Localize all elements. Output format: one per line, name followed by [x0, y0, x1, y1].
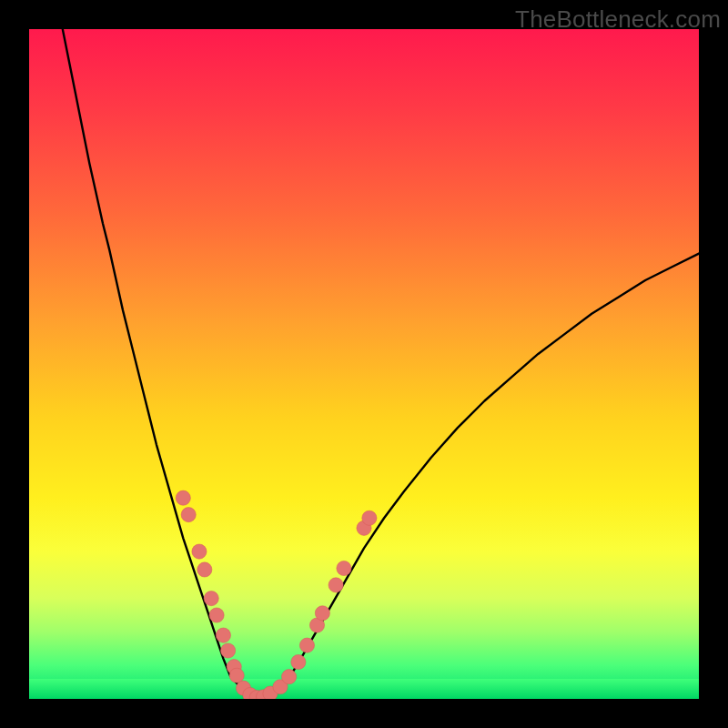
- watermark-text: TheBottleneck.com: [515, 5, 721, 34]
- curve-marker: [181, 508, 196, 522]
- curve-marker: [197, 562, 212, 577]
- curve-marker: [329, 578, 343, 592]
- curve-marker: [192, 544, 207, 559]
- curve-marker: [299, 638, 314, 652]
- curve-marker: [227, 660, 241, 674]
- plot-area: [29, 29, 699, 699]
- curve-marker: [216, 628, 230, 642]
- curve-marker: [315, 606, 329, 621]
- curve-marker: [337, 561, 351, 575]
- chart-svg: [29, 29, 699, 699]
- curve-marker: [220, 643, 235, 658]
- bottleneck-curve: [63, 29, 699, 698]
- curve-marker: [209, 608, 224, 622]
- curve-marker: [362, 511, 377, 525]
- chart-frame: TheBottleneck.com: [0, 0, 728, 728]
- green-band: [29, 679, 699, 699]
- curve-marker: [291, 654, 306, 669]
- curve-marker: [204, 592, 218, 606]
- curve-marker: [176, 490, 190, 505]
- curve-marker: [357, 521, 371, 535]
- curve-marker: [309, 618, 324, 632]
- curve-markers: [176, 490, 377, 699]
